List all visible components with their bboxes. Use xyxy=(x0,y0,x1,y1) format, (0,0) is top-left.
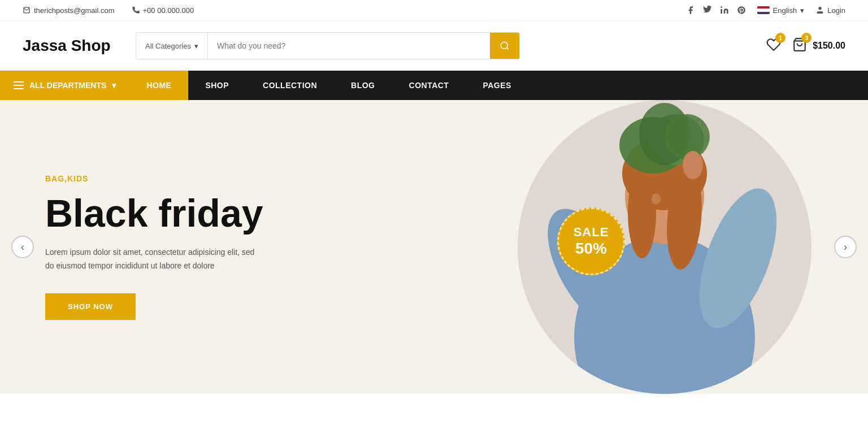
svg-point-10 xyxy=(652,193,661,205)
linkedin-icon[interactable] xyxy=(720,6,729,15)
nav-item-home[interactable]: HOME xyxy=(129,71,188,100)
login-label: Login xyxy=(827,6,845,15)
wishlist-badge: 1 xyxy=(775,33,785,43)
carousel-next[interactable]: › xyxy=(834,236,857,258)
twitter-icon[interactable] xyxy=(703,6,712,15)
cart-badge: 3 xyxy=(801,33,811,43)
facebook-icon[interactable] xyxy=(686,6,695,15)
svg-point-1 xyxy=(501,42,507,49)
search-bar: All Categories ▾ xyxy=(136,32,520,59)
hero-tag: BAG,KIDS xyxy=(45,174,263,183)
hero-image-area: SALE 50% xyxy=(416,100,868,394)
login-button[interactable]: Login xyxy=(815,6,845,15)
topbar-right: English ▾ Login xyxy=(686,6,845,15)
search-button[interactable] xyxy=(490,33,519,59)
phone-contact: +00 00.000.000 xyxy=(132,6,194,15)
email-address: therichposts@gmail.com xyxy=(34,6,115,15)
svg-point-14 xyxy=(665,114,710,159)
svg-point-15 xyxy=(683,151,703,179)
hero-section: ‹ BAG,KIDS Black friday Lorem ipsum dolo… xyxy=(0,100,868,394)
all-departments-label: ALL DEPARTMENTS xyxy=(29,81,106,90)
departments-arrow: ▾ xyxy=(112,81,116,90)
search-input[interactable] xyxy=(208,33,490,59)
svg-point-0 xyxy=(721,6,722,8)
main-nav: ALL DEPARTMENTS ▾ HOME SHOP COLLECTION B… xyxy=(0,71,868,100)
sale-percent: 50% xyxy=(575,240,607,258)
social-icons xyxy=(686,6,746,15)
svg-point-8 xyxy=(628,168,656,258)
category-dropdown[interactable]: All Categories ▾ xyxy=(136,33,208,59)
language-selector[interactable]: English ▾ xyxy=(757,6,805,15)
nav-items: HOME SHOP COLLECTION BLOG CONTACT PAGES xyxy=(129,71,868,100)
nav-item-pages[interactable]: PAGES xyxy=(466,71,528,100)
hero-content: BAG,KIDS Black friday Lorem ipsum dolor … xyxy=(0,174,309,319)
sale-badge: SALE 50% xyxy=(557,207,625,275)
nav-item-contact[interactable]: CONTACT xyxy=(392,71,466,100)
phone-number: +00 00.000.000 xyxy=(143,6,194,15)
cart-price: $150.00 xyxy=(813,41,845,51)
language-label: English xyxy=(773,6,797,15)
language-arrow: ▾ xyxy=(800,6,804,15)
email-contact: therichposts@gmail.com xyxy=(23,6,115,15)
carousel-prev[interactable]: ‹ xyxy=(11,236,34,258)
wishlist-button[interactable]: 1 xyxy=(766,37,781,54)
all-departments-menu[interactable]: ALL DEPARTMENTS ▾ xyxy=(0,71,129,100)
shop-now-button[interactable]: SHOP NOW xyxy=(45,293,136,320)
header: Jassa Shop All Categories ▾ 1 3 $150.00 xyxy=(0,21,868,71)
category-label: All Categories xyxy=(145,42,191,50)
sale-text: SALE xyxy=(574,225,609,240)
topbar-left: therichposts@gmail.com +00 00.000.000 xyxy=(23,6,194,15)
hero-description: Lorem ipsum dolor sit amet, consectetur … xyxy=(45,246,260,273)
cart-button[interactable]: 3 $150.00 xyxy=(792,37,845,54)
header-actions: 1 3 $150.00 xyxy=(766,37,845,54)
nav-item-shop[interactable]: SHOP xyxy=(188,71,246,100)
nav-item-blog[interactable]: BLOG xyxy=(334,71,392,100)
nav-item-collection[interactable]: COLLECTION xyxy=(246,71,334,100)
hero-title: Black friday xyxy=(45,192,263,235)
pinterest-icon[interactable] xyxy=(737,6,746,15)
hamburger-icon xyxy=(14,81,24,89)
flag-icon xyxy=(757,6,770,14)
logo[interactable]: Jassa Shop xyxy=(23,37,124,55)
topbar: therichposts@gmail.com +00 00.000.000 En… xyxy=(0,0,868,21)
category-arrow: ▾ xyxy=(194,42,198,50)
